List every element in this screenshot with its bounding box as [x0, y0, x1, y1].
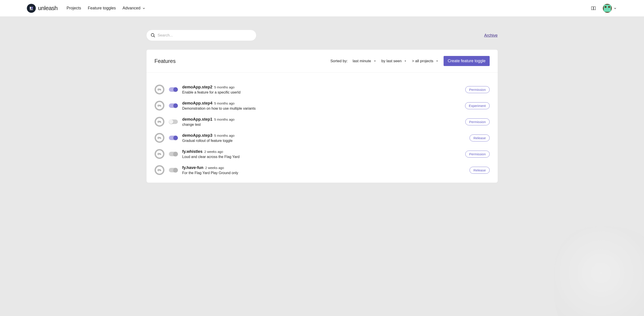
- feature-description: For the Flag Yard Play Ground only: [182, 171, 465, 175]
- feature-list: 0%demoApp.step25 months agoEnable a feat…: [146, 73, 498, 183]
- feature-name: fy.whistles: [182, 149, 203, 154]
- nav-advanced[interactable]: Advanced: [122, 6, 146, 11]
- feature-title-line: fy.whistles2 weeks ago: [182, 149, 461, 154]
- create-feature-toggle-button[interactable]: Create feature toggle: [444, 56, 490, 66]
- search-input[interactable]: [158, 33, 252, 38]
- feature-title-line: demoApp.step15 months ago: [182, 117, 461, 122]
- feature-name: demoApp.step1: [182, 117, 212, 122]
- feature-row: 0%fy.whistles2 weeks agoLoud and clear a…: [154, 146, 490, 162]
- feature-toggle-switch[interactable]: [169, 168, 178, 172]
- chevron-down-icon: [142, 6, 146, 10]
- brand-logo-icon: [27, 4, 36, 13]
- feature-description: change test: [182, 123, 461, 127]
- panel-title: Features: [154, 58, 176, 64]
- metric-ring: 0%: [154, 101, 164, 111]
- sort-interval-value: last minute: [353, 59, 371, 63]
- feature-time: 5 months ago: [214, 85, 235, 89]
- switch-knob: [169, 120, 173, 124]
- project-filter-value: > all projects: [412, 59, 433, 63]
- main-nav: Projects Feature toggles Advanced: [67, 6, 146, 11]
- top-right-controls: [591, 4, 617, 13]
- feature-title-line: demoApp.step45 months ago: [182, 101, 460, 106]
- feature-info[interactable]: demoApp.step45 months agoDemonstration o…: [182, 101, 460, 111]
- user-menu[interactable]: [603, 4, 617, 13]
- switch-knob: [173, 168, 178, 172]
- features-panel: Features Sorted by: last minute by last …: [146, 50, 498, 183]
- switch-knob: [173, 87, 178, 92]
- feature-toggle-switch[interactable]: [169, 136, 178, 140]
- switch-knob: [173, 103, 178, 108]
- metric-ring: 0%: [154, 165, 164, 175]
- sort-field-dropdown[interactable]: by last seen: [382, 59, 407, 63]
- feature-time: 5 months ago: [214, 118, 235, 121]
- feature-type-pill[interactable]: Release: [470, 135, 490, 141]
- svg-rect-2: [30, 10, 33, 10]
- feature-toggle-switch[interactable]: [169, 152, 178, 156]
- panel-header: Features Sorted by: last minute by last …: [146, 50, 498, 73]
- feature-type-pill[interactable]: Release: [470, 167, 490, 174]
- caret-down-icon: [404, 60, 407, 63]
- nav-projects[interactable]: Projects: [67, 6, 81, 11]
- search-box[interactable]: [146, 30, 256, 41]
- sort-field-value: by last seen: [382, 59, 402, 63]
- feature-row: 0%demoApp.step15 months agochange testPe…: [154, 114, 490, 130]
- feature-title-line: fy.have-fun2 weeks ago: [182, 165, 465, 170]
- feature-type-pill[interactable]: Permission: [465, 86, 490, 93]
- caret-down-icon: [436, 60, 439, 63]
- sort-interval-dropdown[interactable]: last minute: [353, 59, 376, 63]
- switch-knob: [173, 152, 178, 156]
- page-content: Archive Features Sorted by: last minute …: [146, 17, 498, 183]
- brand-name: unleash: [38, 5, 58, 12]
- feature-description: Demonstration on how to use multiple var…: [182, 107, 460, 111]
- svg-point-3: [151, 34, 154, 37]
- feature-description: Gradual rollout of feature toggle: [182, 139, 465, 143]
- feature-info[interactable]: demoApp.step35 months agoGradual rollout…: [182, 133, 465, 143]
- feature-description: Loud and clear across the Flag Yard: [182, 155, 461, 159]
- feature-toggle-switch[interactable]: [169, 87, 178, 92]
- feature-title-line: demoApp.step35 months ago: [182, 133, 465, 138]
- unleash-icon: [29, 6, 34, 11]
- caret-down-icon: [373, 60, 376, 63]
- docs-icon[interactable]: [591, 6, 596, 11]
- feature-type-pill[interactable]: Experiment: [465, 102, 490, 109]
- feature-info[interactable]: fy.whistles2 weeks agoLoud and clear acr…: [182, 149, 461, 159]
- svg-line-4: [154, 36, 155, 37]
- top-bar: unleash Projects Feature toggles Advance…: [0, 0, 644, 17]
- feature-row: 0%fy.have-fun2 weeks agoFor the Flag Yar…: [154, 162, 490, 178]
- search-icon: [150, 33, 156, 38]
- metric-ring: 0%: [154, 133, 164, 143]
- brand-logo[interactable]: unleash: [27, 4, 58, 13]
- chevron-down-icon: [613, 6, 617, 10]
- project-filter-dropdown[interactable]: > all projects: [412, 59, 439, 63]
- feature-time: 5 months ago: [214, 101, 235, 105]
- panel-controls: Sorted by: last minute by last seen > al…: [330, 56, 490, 66]
- feature-type-pill[interactable]: Permission: [465, 151, 490, 158]
- feature-name: demoApp.step3: [182, 133, 212, 138]
- feature-time: 2 weeks ago: [205, 166, 224, 170]
- feature-row: 0%demoApp.step45 months agoDemonstration…: [154, 98, 490, 114]
- feature-toggle-switch[interactable]: [169, 120, 178, 124]
- nav-advanced-label: Advanced: [122, 6, 140, 11]
- feature-title-line: demoApp.step25 months ago: [182, 85, 461, 90]
- feature-name: fy.have-fun: [182, 165, 204, 170]
- feature-row: 0%demoApp.step35 months agoGradual rollo…: [154, 130, 490, 146]
- feature-toggle-switch[interactable]: [169, 103, 178, 108]
- feature-info[interactable]: fy.have-fun2 weeks agoFor the Flag Yard …: [182, 165, 465, 175]
- feature-time: 5 months ago: [214, 134, 235, 137]
- switch-knob: [173, 136, 178, 140]
- avatar: [603, 4, 612, 13]
- sorted-by-label: Sorted by:: [330, 59, 348, 63]
- search-row: Archive: [146, 30, 498, 41]
- archive-link[interactable]: Archive: [484, 33, 498, 38]
- feature-time: 2 weeks ago: [204, 150, 223, 154]
- svg-rect-0: [30, 7, 31, 9]
- feature-name: demoApp.step2: [182, 85, 212, 90]
- feature-type-pill[interactable]: Permission: [465, 118, 490, 125]
- feature-info[interactable]: demoApp.step25 months agoEnable a featur…: [182, 85, 461, 94]
- metric-ring: 0%: [154, 85, 164, 94]
- feature-row: 0%demoApp.step25 months agoEnable a feat…: [154, 82, 490, 98]
- nav-feature-toggles[interactable]: Feature toggles: [88, 6, 116, 11]
- feature-info[interactable]: demoApp.step15 months agochange test: [182, 117, 461, 127]
- metric-ring: 0%: [154, 149, 164, 159]
- svg-rect-1: [32, 7, 33, 9]
